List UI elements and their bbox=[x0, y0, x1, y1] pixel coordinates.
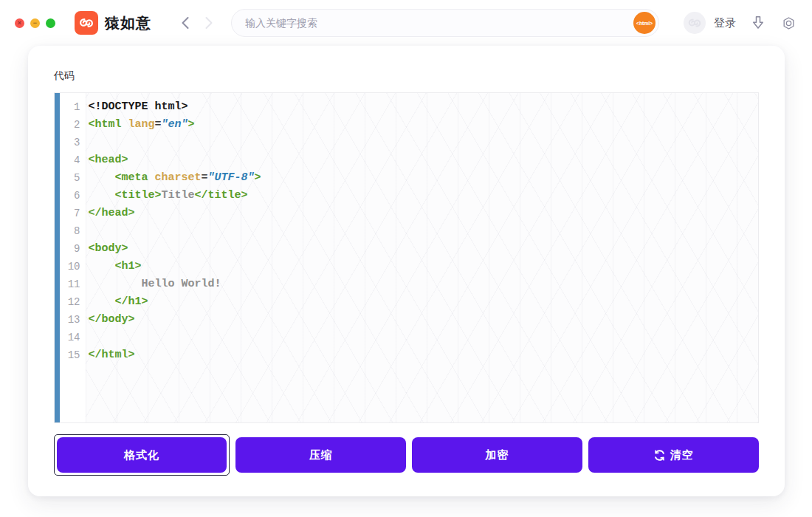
code-token: </body> bbox=[89, 313, 135, 326]
line-number: 6 bbox=[55, 187, 86, 205]
code-token bbox=[89, 260, 115, 273]
action-button-row: 格式化 压缩 加密 清空 bbox=[54, 434, 759, 476]
code-token: "UTF-8" bbox=[208, 171, 255, 184]
format-button-label: 格式化 bbox=[124, 448, 159, 462]
panel-title: 代码 bbox=[54, 69, 759, 83]
line-number: 15 bbox=[55, 346, 86, 364]
code-editor[interactable]: 1<!DOCTYPE html>2<html lang="en">34<head… bbox=[54, 92, 759, 423]
avatar[interactable] bbox=[684, 12, 706, 34]
code-line: 2<html lang="en"> bbox=[55, 116, 758, 134]
code-line: 13</body> bbox=[55, 311, 758, 329]
title-bar: × − 猿如意 <html> 登录 bbox=[0, 0, 812, 46]
code-line: 4<head> bbox=[55, 151, 758, 169]
code-token: <title> bbox=[115, 189, 162, 202]
code-token: Title bbox=[162, 189, 195, 202]
code-token: > bbox=[255, 171, 261, 184]
line-number: 13 bbox=[55, 311, 86, 329]
code-token: = bbox=[202, 171, 208, 184]
code-line: 1<!DOCTYPE html> bbox=[55, 98, 758, 116]
code-line: 11 Hello World! bbox=[55, 275, 758, 293]
code-token: </html> bbox=[89, 349, 135, 361]
line-number: 4 bbox=[55, 151, 86, 169]
close-button[interactable]: × bbox=[15, 18, 24, 28]
line-number: 11 bbox=[55, 275, 86, 293]
line-number: 5 bbox=[55, 169, 86, 187]
clear-button[interactable]: 清空 bbox=[588, 437, 759, 473]
code-token: <html bbox=[89, 118, 128, 131]
code-token: charset bbox=[155, 171, 202, 184]
chevron-right-icon bbox=[204, 16, 213, 30]
format-button-focus-ring: 格式化 bbox=[54, 434, 230, 476]
encrypt-button-label: 加密 bbox=[485, 448, 509, 462]
compress-button-label: 压缩 bbox=[309, 448, 333, 462]
code-token: <body> bbox=[89, 242, 128, 255]
code-line: 5 <meta charset="UTF-8"> bbox=[55, 169, 758, 187]
code-area: 1<!DOCTYPE html>2<html lang="en">34<head… bbox=[55, 93, 758, 364]
code-token: "en" bbox=[162, 118, 188, 131]
line-number: 1 bbox=[55, 98, 86, 116]
app-title: 猿如意 bbox=[105, 13, 151, 33]
code-line: 7</head> bbox=[55, 205, 758, 222]
code-token: > bbox=[188, 118, 195, 131]
maximize-button[interactable] bbox=[46, 18, 55, 28]
download-arrow-icon bbox=[751, 15, 765, 31]
code-line: 9<body> bbox=[55, 240, 758, 258]
code-token: = bbox=[155, 118, 162, 131]
format-button[interactable]: 格式化 bbox=[57, 437, 227, 473]
search-bar: <html> bbox=[231, 9, 659, 37]
code-line: 3 bbox=[55, 134, 758, 151]
clear-button-label: 清空 bbox=[670, 448, 694, 462]
minimize-icon: − bbox=[33, 19, 37, 26]
code-token: </h1> bbox=[115, 295, 148, 308]
code-token: </head> bbox=[89, 207, 135, 219]
login-button[interactable]: 登录 bbox=[714, 16, 736, 30]
line-number: 8 bbox=[55, 222, 86, 240]
encrypt-button[interactable]: 加密 bbox=[412, 437, 582, 473]
compress-button[interactable]: 压缩 bbox=[235, 437, 406, 473]
code-line: 6 <title>Title</title> bbox=[55, 187, 758, 205]
code-token: <head> bbox=[89, 154, 128, 166]
current-tool-badge[interactable]: <html> bbox=[633, 12, 656, 34]
line-number: 2 bbox=[55, 116, 86, 134]
code-token: <h1> bbox=[115, 260, 142, 273]
settings-button[interactable] bbox=[780, 15, 797, 32]
refresh-icon bbox=[653, 449, 666, 462]
code-line: 14 bbox=[55, 329, 758, 346]
code-token: Hello World! bbox=[142, 278, 221, 290]
search-input[interactable] bbox=[245, 17, 633, 29]
tool-panel: 代码 1<!DOCTYPE html>2<html lang="en">34<h… bbox=[28, 46, 785, 496]
code-token bbox=[89, 295, 115, 308]
back-button[interactable] bbox=[179, 17, 191, 29]
code-token bbox=[89, 171, 115, 184]
code-token bbox=[89, 278, 142, 290]
code-token bbox=[89, 189, 115, 202]
code-line: 15</html> bbox=[55, 346, 758, 364]
chevron-left-icon bbox=[181, 16, 190, 30]
forward-button[interactable] bbox=[203, 17, 215, 29]
code-token: lang bbox=[128, 118, 155, 131]
window-controls: × − bbox=[15, 18, 55, 28]
avatar-logo-icon bbox=[687, 15, 703, 31]
line-number: 7 bbox=[55, 205, 86, 222]
gear-icon bbox=[780, 15, 797, 32]
code-token: </title> bbox=[195, 189, 248, 202]
code-token: <!DOCTYPE html> bbox=[89, 100, 188, 113]
line-number: 14 bbox=[55, 329, 86, 346]
code-line: 12 </h1> bbox=[55, 293, 758, 311]
line-number: 10 bbox=[55, 258, 86, 275]
code-line: 8 bbox=[55, 222, 758, 240]
line-number: 9 bbox=[55, 240, 86, 258]
code-line: 10 <h1> bbox=[55, 258, 758, 275]
line-number: 3 bbox=[55, 134, 86, 151]
app-logo-icon bbox=[75, 11, 98, 35]
code-token: <meta bbox=[115, 171, 155, 184]
line-number: 12 bbox=[55, 293, 86, 311]
close-icon: × bbox=[18, 19, 21, 26]
download-button[interactable] bbox=[751, 15, 765, 31]
minimize-button[interactable]: − bbox=[30, 18, 40, 28]
